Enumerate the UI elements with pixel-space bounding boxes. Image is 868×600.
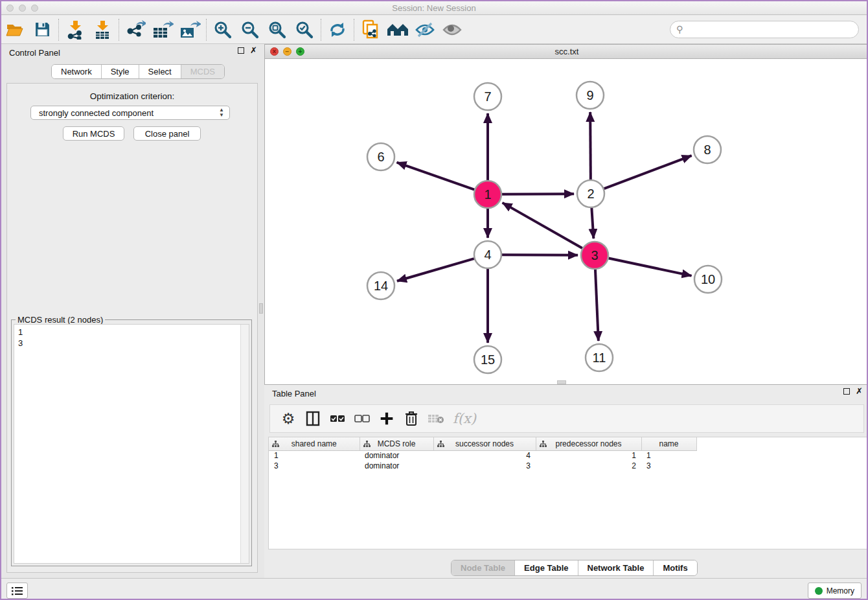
horizontal-splitter-handle[interactable]: [557, 380, 566, 384]
first-neighbors-button[interactable]: [357, 17, 384, 42]
export-table-button[interactable]: [149, 17, 176, 42]
close-panel-icon[interactable]: ✗: [856, 388, 863, 395]
tab-style[interactable]: Style: [102, 65, 139, 78]
cell-predecessor-nodes[interactable]: 2: [536, 461, 641, 471]
column-view-button[interactable]: [303, 407, 323, 430]
cell-successor-nodes[interactable]: 4: [433, 450, 536, 461]
edge-3-10[interactable]: [609, 259, 692, 276]
node-label-6: 6: [377, 150, 384, 164]
zoom-fit-button[interactable]: [264, 17, 291, 42]
result-line: 1: [18, 327, 245, 338]
splitter-handle[interactable]: [259, 303, 263, 314]
edge-4-14[interactable]: [397, 259, 474, 281]
export-image-button[interactable]: [176, 17, 203, 42]
tab-motifs[interactable]: Motifs: [654, 560, 696, 575]
tab-network-table[interactable]: Network Table: [578, 560, 654, 575]
tab-edge-table[interactable]: Edge Table: [515, 560, 578, 575]
vertical-splitter[interactable]: [258, 44, 264, 578]
cell-successor-nodes[interactable]: 3: [433, 461, 536, 471]
edge-3-1[interactable]: [503, 203, 582, 248]
function-builder-button[interactable]: f(x): [450, 407, 479, 430]
column-header-shared-name[interactable]: shared name: [269, 437, 360, 450]
column-label: MCDS role: [378, 439, 416, 448]
add-column-button[interactable]: [376, 407, 397, 430]
task-history-button[interactable]: [6, 583, 28, 599]
cell-shared-name[interactable]: 3: [269, 461, 360, 471]
column-header-predecessor-nodes[interactable]: predecessor nodes: [536, 437, 641, 450]
tree-icon: [437, 441, 444, 448]
search-field: ⚲: [670, 21, 859, 38]
refresh-button[interactable]: [324, 17, 351, 42]
network-overview-button[interactable]: [384, 17, 411, 42]
close-panel-icon[interactable]: ✗: [250, 47, 257, 54]
select-all-button[interactable]: [327, 407, 348, 430]
export-network-button[interactable]: [122, 17, 149, 42]
cell-predecessor-nodes[interactable]: 1: [536, 450, 641, 461]
search-input[interactable]: [670, 21, 859, 38]
cell-mcds-role[interactable]: dominator: [360, 461, 433, 471]
column-header-mcds-role[interactable]: MCDS role: [360, 437, 433, 450]
cell-name[interactable]: 1: [641, 450, 696, 461]
cell-mcds-role[interactable]: dominator: [360, 450, 433, 461]
edge-1-2[interactable]: [502, 194, 574, 194]
result-scrollbar[interactable]: [240, 325, 249, 563]
zoom-in-icon: [214, 21, 232, 39]
cell-name[interactable]: 3: [641, 461, 696, 471]
table-tabs: Node Table Edge Table Network Table Moti…: [451, 560, 698, 576]
float-panel-icon[interactable]: [843, 388, 850, 395]
import-table-button[interactable]: [89, 17, 116, 42]
node-label-4: 4: [484, 248, 491, 262]
eye-slash-icon: [415, 21, 435, 38]
edge-2-3[interactable]: [591, 208, 593, 238]
hide-selected-button[interactable]: [411, 17, 439, 42]
deselect-all-button[interactable]: [352, 407, 372, 430]
column-header-successor-nodes[interactable]: successor nodes: [433, 437, 536, 450]
table-row[interactable]: 3 dominator 3 2 3: [269, 461, 696, 471]
tab-node-table[interactable]: Node Table: [451, 560, 515, 575]
optimization-select[interactable]: strongly connected component ▲▼: [30, 106, 230, 120]
zoom-out-button[interactable]: [236, 17, 264, 42]
network-window-titlebar[interactable]: × − + scc.txt: [265, 45, 868, 59]
tree-icon: [540, 441, 547, 448]
float-panel-icon[interactable]: [238, 47, 244, 54]
cell-shared-name[interactable]: 1: [269, 450, 360, 461]
toolbar-separator: [206, 19, 207, 41]
network-canvas[interactable]: 7968124314101511: [265, 59, 868, 384]
tab-mcds[interactable]: MCDS: [181, 65, 224, 78]
control-panel-tabs: Network Style Select MCDS: [51, 64, 225, 79]
table-row[interactable]: 1 dominator 4 1 1: [269, 450, 696, 461]
close-panel-button[interactable]: Close panel: [133, 126, 201, 141]
edge-1-6[interactable]: [397, 163, 475, 190]
zoom-selected-button[interactable]: [291, 17, 318, 42]
import-network-button[interactable]: [62, 17, 89, 42]
import-network-icon: [65, 20, 85, 40]
select-all-icon: [330, 415, 345, 422]
table-toolbar: ⚙: [269, 404, 864, 433]
save-session-button[interactable]: [29, 17, 56, 42]
tab-select[interactable]: Select: [139, 65, 181, 78]
column-header-name[interactable]: name: [641, 437, 696, 450]
network-graph: 7968124314101511: [265, 59, 868, 384]
memory-button[interactable]: Memory: [808, 583, 862, 599]
select-stepper-icon: ▲▼: [219, 108, 224, 118]
fx-icon: f(x): [453, 411, 476, 426]
zoom-in-button[interactable]: [209, 17, 236, 42]
tree-icon: [363, 441, 371, 448]
optimization-value: strongly connected component: [39, 108, 154, 118]
export-image-icon: [179, 20, 201, 40]
run-mcds-button[interactable]: Run MCDS: [63, 126, 124, 141]
edge-2-8[interactable]: [604, 156, 692, 189]
open-folder-button[interactable]: [1, 17, 29, 42]
node-table: shared name MCDS role successor nodes pr…: [268, 437, 868, 549]
export-network-icon: [125, 20, 146, 40]
delete-table-button[interactable]: [426, 407, 446, 430]
edge-3-11[interactable]: [595, 270, 599, 341]
control-panel-title: Control Panel: [9, 48, 60, 58]
show-all-button[interactable]: [439, 17, 466, 42]
tab-network[interactable]: Network: [52, 65, 102, 78]
table-settings-button[interactable]: ⚙: [278, 407, 299, 430]
delete-column-button[interactable]: [401, 407, 422, 430]
mcds-result-area[interactable]: 1 3: [14, 324, 249, 564]
edge-2-9[interactable]: [590, 112, 591, 179]
edge-4-3[interactable]: [502, 255, 578, 255]
